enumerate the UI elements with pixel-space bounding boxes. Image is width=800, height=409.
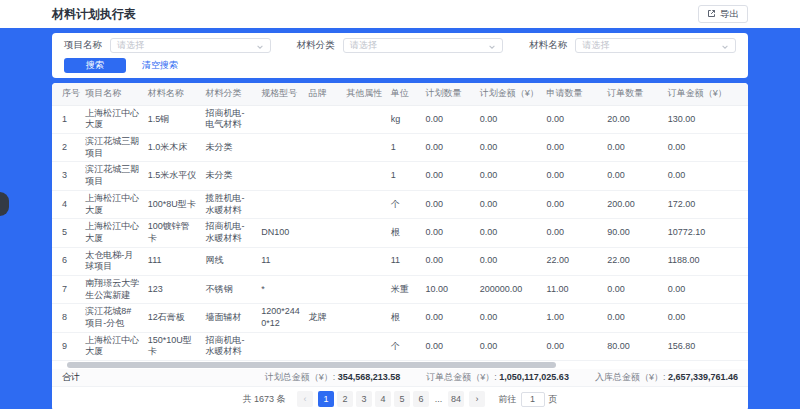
table-cell (342, 332, 387, 360)
filter-group-material: 材料名称 请选择 (529, 38, 736, 53)
page-button-2[interactable]: 2 (337, 391, 353, 407)
summary-totals: 计划总金额（¥）: 354,568,213.58 订单总金额（¥）: 1,050… (265, 371, 738, 384)
table-cell (342, 162, 387, 190)
content: 项目名称 请选择 材料分类 请选择 材料名称 请选择 (0, 28, 800, 409)
table-cell: 根 (387, 219, 422, 247)
column-header: 其他属性 (342, 83, 387, 105)
table-cell (342, 105, 387, 133)
project-name-select[interactable]: 请选择 (110, 38, 271, 53)
table-cell: 10.00 (422, 275, 476, 303)
search-button[interactable]: 搜索 (64, 58, 126, 73)
page-button-84[interactable]: 84 (448, 391, 464, 407)
table-cell: 11.00 (543, 275, 604, 303)
table-cell (305, 275, 343, 303)
chevron-down-icon (488, 37, 496, 55)
table-cell: 9 (52, 332, 81, 360)
table-cell: 滨江花城三期项目 (81, 162, 144, 190)
goto-page: 前往 页 (499, 392, 558, 407)
table-cell: 1.0米木床 (144, 134, 202, 162)
page-button-1[interactable]: 1 (318, 391, 334, 407)
table-cell: 111 (144, 247, 202, 275)
table-cell: 0.00 (664, 134, 748, 162)
table-cell (342, 275, 387, 303)
table-cell: 0.00 (603, 162, 664, 190)
table-cell: 根 (387, 304, 422, 332)
material-table: 序号项目名称材料名称材料分类规格型号品牌其他属性单位计划数量计划金额（¥）申请数… (52, 83, 748, 361)
prev-page-button[interactable]: ‹ (297, 391, 313, 407)
table-cell: 80.00 (603, 332, 664, 360)
planned-total: 计划总金额（¥）: 354,568,213.58 (265, 371, 401, 384)
goto-page-input[interactable] (521, 392, 545, 407)
filter-actions: 搜索 清空搜索 (64, 58, 736, 73)
column-header: 计划金额（¥） (476, 83, 543, 105)
table-cell: 12石膏板 (144, 304, 202, 332)
page-button-3[interactable]: 3 (356, 391, 372, 407)
horizontal-scrollbar[interactable] (60, 362, 740, 368)
horizontal-scrollbar-thumb[interactable] (67, 362, 557, 368)
table-row: 8滨江花城8#项目-分包12石膏板墙面辅材1200*2440*12龙牌根0.00… (52, 304, 748, 332)
page-title: 材料计划执行表 (52, 6, 136, 23)
export-icon (707, 9, 716, 20)
table-cell: 0.00 (664, 162, 748, 190)
page-button-6[interactable]: 6 (413, 391, 429, 407)
chevron-down-icon (256, 37, 264, 55)
table-cell: 5 (52, 219, 81, 247)
table-cell: 网线 (202, 247, 258, 275)
table-cell: 0.00 (422, 304, 476, 332)
total-count: 共 1673 条 (242, 393, 285, 406)
table-cell: 个 (387, 332, 422, 360)
table-cell (257, 134, 304, 162)
table-row: 5上海松江中心大厦100镀锌管卡招商机电-水暖材料DN100根0.000.000… (52, 219, 748, 247)
table-cell: 招商机电-电气材料 (202, 105, 258, 133)
table-cell: 招商机电-水暖材料 (202, 332, 258, 360)
table-cell (305, 219, 343, 247)
table-cell: 20.00 (603, 105, 664, 133)
clear-search-button[interactable]: 清空搜索 (142, 59, 178, 72)
table-cell: 1 (387, 134, 422, 162)
table-cell: 150*10U型卡 (144, 332, 202, 360)
column-header: 品牌 (305, 83, 343, 105)
table-cell: 0.00 (422, 219, 476, 247)
material-category-select[interactable]: 请选择 (343, 38, 504, 53)
table-row: 7南翔璟云大学生公寓新建123不锈钢*米重10.00200000.0011.00… (52, 275, 748, 303)
material-name-select[interactable]: 请选择 (575, 38, 736, 53)
table-cell: 0.00 (543, 190, 604, 218)
table-cell: 22.00 (543, 247, 604, 275)
table-cell: 未分类 (202, 162, 258, 190)
material-category-label: 材料分类 (297, 39, 335, 52)
material-category-placeholder: 请选择 (350, 39, 377, 52)
table-cell (342, 304, 387, 332)
column-header: 订单金额（¥） (664, 83, 748, 105)
topbar: 材料计划执行表 导出 (0, 0, 800, 28)
table-cell: 南翔璟云大学生公寓新建 (81, 275, 144, 303)
table-cell: 200000.00 (476, 275, 543, 303)
table-cell: 0.00 (543, 105, 604, 133)
page-button-4[interactable]: 4 (375, 391, 391, 407)
table-cell: 0.00 (422, 332, 476, 360)
table-cell: 156.80 (664, 332, 748, 360)
table-card: 序号项目名称材料名称材料分类规格型号品牌其他属性单位计划数量计划金额（¥）申请数… (52, 83, 748, 409)
table-cell: 龙牌 (305, 304, 343, 332)
filter-panel: 项目名称 请选择 材料分类 请选择 材料名称 请选择 (52, 33, 748, 78)
planned-total-value: 354,568,213.58 (338, 372, 401, 382)
table-cell: 0.00 (543, 332, 604, 360)
page-button-5[interactable]: 5 (394, 391, 410, 407)
table-cell: 上海松江中心大厦 (81, 219, 144, 247)
table-cell: 0.00 (664, 304, 748, 332)
column-header: 申请数量 (543, 83, 604, 105)
table-cell: kg (387, 105, 422, 133)
table-cell: 200.00 (603, 190, 664, 218)
table-cell: 0.00 (422, 134, 476, 162)
table-cell: 0.00 (422, 105, 476, 133)
export-button[interactable]: 导出 (698, 5, 748, 23)
table-cell: 0.00 (543, 162, 604, 190)
table-cell: 0.00 (603, 304, 664, 332)
table-cell: 0.00 (476, 190, 543, 218)
table-cell: 0.00 (422, 162, 476, 190)
table-row: 9上海松江中心大厦150*10U型卡招商机电-水暖材料个0.000.000.00… (52, 332, 748, 360)
material-name-label: 材料名称 (529, 39, 567, 52)
table-cell (305, 162, 343, 190)
next-page-button[interactable]: › (469, 391, 485, 407)
inbound-total-value: 2,657,339,761.46 (668, 372, 738, 382)
table-cell: 7 (52, 275, 81, 303)
